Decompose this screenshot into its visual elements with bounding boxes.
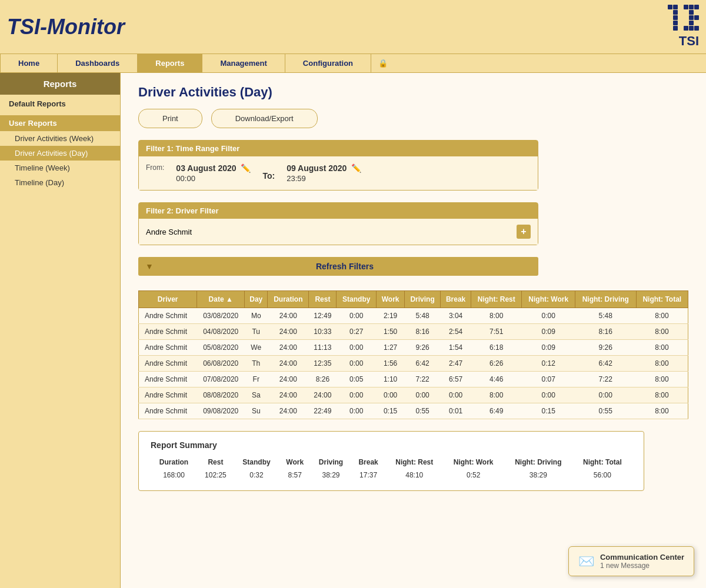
table-cell: Andre Schmit <box>139 403 197 419</box>
nav-reports[interactable]: Reports <box>138 54 202 72</box>
tsi-grid-icon <box>668 5 699 31</box>
table-cell: 06/08/2020 <box>197 356 245 372</box>
table-row: Andre Schmit06/08/2020Th24:0012:350:001:… <box>139 356 688 372</box>
table-cell: 0:27 <box>337 324 377 340</box>
col-work[interactable]: Work <box>377 291 405 308</box>
from-date-edit-icon[interactable]: ✏️ <box>241 163 251 173</box>
action-buttons: Print Download/Export <box>138 109 688 128</box>
table-cell: Sa <box>245 387 268 403</box>
col-day[interactable]: Day <box>245 291 268 308</box>
summary-col-header: Night: Driving <box>504 456 573 469</box>
table-cell: 24:00 <box>268 356 309 372</box>
sidebar-item-driver-activities-week[interactable]: Driver Activities (Week) <box>0 131 120 146</box>
sidebar: Reports Default Reports User Reports Dri… <box>0 73 121 588</box>
nav-dashboards[interactable]: Dashboards <box>58 54 138 72</box>
table-cell: 8:00 <box>636 372 688 387</box>
print-button[interactable]: Print <box>138 109 202 128</box>
table-cell: 10:33 <box>309 324 337 340</box>
table-cell: 0:09 <box>522 340 575 356</box>
table-row: Andre Schmit04/08/2020Tu24:0010:330:271:… <box>139 324 688 340</box>
col-duration[interactable]: Duration <box>268 291 309 308</box>
refresh-filters-bar[interactable]: ▼ Refresh Filters <box>138 257 538 276</box>
table-cell: 2:47 <box>441 356 471 372</box>
from-field: 03 August 2020 ✏️ 00:00 <box>176 163 251 183</box>
table-cell: 0:00 <box>337 356 377 372</box>
table-row: Andre Schmit07/08/2020Fr24:008:260:051:1… <box>139 372 688 387</box>
table-cell: 0:00 <box>337 403 377 419</box>
summary-col-header: Standby <box>234 456 279 469</box>
col-rest[interactable]: Rest <box>309 291 337 308</box>
summary-value: 102:25 <box>197 469 234 482</box>
to-date: 09 August 2020 ✏️ <box>287 163 361 173</box>
table-cell: Andre Schmit <box>139 308 197 324</box>
nav-lock-icon[interactable]: 🔒 <box>371 54 395 72</box>
table-cell: 24:00 <box>268 387 309 403</box>
table-cell: 4:46 <box>471 372 522 387</box>
filter2-body: Andre Schmit + <box>139 219 538 245</box>
summary-value: 38:29 <box>311 469 351 482</box>
filter2-header: Filter 2: Driver Filter <box>139 203 538 219</box>
to-field: 09 August 2020 ✏️ 23:59 <box>287 163 361 183</box>
table-cell: 8:00 <box>636 387 688 403</box>
add-driver-button[interactable]: + <box>517 225 531 239</box>
envelope-icon: ✉️ <box>578 554 594 569</box>
col-standby[interactable]: Standby <box>337 291 377 308</box>
filter1-box: Filter 1: Time Range Filter From: 03 Aug… <box>138 140 538 191</box>
table-cell: 0:00 <box>337 308 377 324</box>
table-cell: 2:19 <box>377 308 405 324</box>
from-time: 00:00 <box>176 174 251 183</box>
col-driver[interactable]: Driver <box>139 291 197 308</box>
col-night-rest[interactable]: Night: Rest <box>471 291 522 308</box>
sidebar-item-timeline-day[interactable]: Timeline (Day) <box>0 175 120 190</box>
table-cell: 6:18 <box>471 340 522 356</box>
col-date[interactable]: Date ▲ <box>197 291 245 308</box>
table-cell: 24:00 <box>268 324 309 340</box>
communication-center[interactable]: ✉️ Communication Center 1 new Message <box>568 546 694 576</box>
sidebar-user-reports-header: User Reports <box>0 115 120 131</box>
sidebar-item-driver-activities-day[interactable]: Driver Activities (Day) <box>0 146 120 161</box>
filter1-row: From: 03 August 2020 ✏️ 00:00 To: 09 Aug… <box>146 163 531 183</box>
table-cell: 08/08/2020 <box>197 387 245 403</box>
table-cell: 04/08/2020 <box>197 324 245 340</box>
from-label: From: <box>146 163 164 172</box>
table-cell: 24:00 <box>268 372 309 387</box>
col-night-driving[interactable]: Night: Driving <box>575 291 637 308</box>
table-cell: 0:00 <box>522 308 575 324</box>
sidebar-default-reports-label: Default Reports <box>0 95 120 113</box>
col-night-total[interactable]: Night: Total <box>636 291 688 308</box>
nav-home[interactable]: Home <box>0 54 58 72</box>
table-cell: 8:26 <box>309 372 337 387</box>
tsi-label: TSI <box>679 34 699 49</box>
summary-col-header: Night: Rest <box>385 456 443 469</box>
table-header-row: Driver Date ▲ Day Duration Rest Standby … <box>139 291 688 308</box>
table-cell: 12:49 <box>309 308 337 324</box>
table-cell: 0:00 <box>337 387 377 403</box>
driver-filter-value: Andre Schmit <box>146 228 192 236</box>
table-cell: 3:04 <box>441 308 471 324</box>
table-cell: 5:48 <box>575 308 637 324</box>
table-cell: 8:00 <box>471 308 522 324</box>
col-night-work[interactable]: Night: Work <box>522 291 575 308</box>
col-break[interactable]: Break <box>441 291 471 308</box>
sidebar-item-timeline-week[interactable]: Timeline (Week) <box>0 161 120 175</box>
nav-configuration[interactable]: Configuration <box>285 54 371 72</box>
table-cell: 07/08/2020 <box>197 372 245 387</box>
filter2-box: Filter 2: Driver Filter Andre Schmit + <box>138 202 538 245</box>
table-cell: 1:10 <box>377 372 405 387</box>
table-cell: 8:00 <box>471 387 522 403</box>
download-button[interactable]: Download/Export <box>211 109 318 128</box>
to-date-edit-icon[interactable]: ✏️ <box>351 163 361 173</box>
summary-value: 8:57 <box>279 469 311 482</box>
table-cell: 7:22 <box>575 372 637 387</box>
table-cell: 8:00 <box>636 356 688 372</box>
table-cell: Andre Schmit <box>139 356 197 372</box>
table-cell: 22:49 <box>309 403 337 419</box>
table-cell: Andre Schmit <box>139 372 197 387</box>
col-driving[interactable]: Driving <box>405 291 441 308</box>
table-cell: 8:00 <box>636 308 688 324</box>
table-cell: 11:13 <box>309 340 337 356</box>
nav-management[interactable]: Management <box>202 54 285 72</box>
summary-col-header: Driving <box>311 456 351 469</box>
table-cell: Tu <box>245 324 268 340</box>
page-title: Driver Activities (Day) <box>138 85 688 100</box>
